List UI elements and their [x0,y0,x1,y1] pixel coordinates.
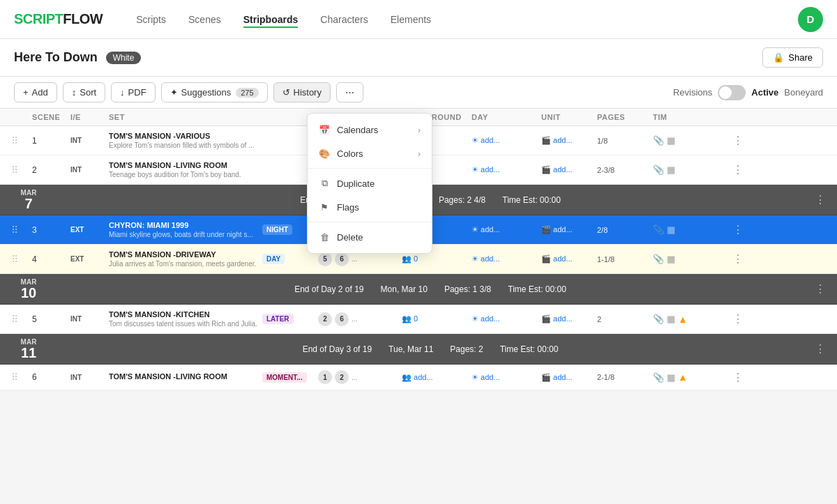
ie-badge: INT [70,315,109,323]
day-num: 11 [21,346,36,360]
share-button[interactable]: 🔒 Share [762,47,823,68]
scene-desc: Julia arrives at Tom's mansion, meets ga… [109,260,262,268]
col-day: Day [472,113,541,121]
flags-icon: ⚑ [319,201,330,213]
suggestions-icon: ✦ [170,87,178,98]
day-month: MAR [21,189,37,197]
scene-time: LATER [262,314,318,324]
dropdown-delete-label: Delete [337,232,363,243]
scene-title: TOM'S MANSION -DRIVEWAY [109,250,262,259]
day-add[interactable]: ☀ add... [472,225,541,234]
storyboard-icon: ▦ [667,314,675,324]
more-icon: ⋯ [345,87,354,98]
dropdown-flags[interactable]: ⚑ Flags [308,195,432,219]
history-button[interactable]: ↺ History [273,82,331,102]
day-pages-label: Pages: 1 3/8 [444,284,491,294]
clip-icons: 📎 ▦ [653,165,709,175]
day-month: MAR [21,278,37,286]
more-button[interactable]: ⋯ [336,82,363,102]
arrow-right-icon: › [418,125,421,135]
cast-badge: 6 [335,312,349,326]
unit-add[interactable]: 🎬 add... [541,373,597,382]
drag-handle[interactable]: ⠿ [11,165,32,176]
dropdown-divider [308,168,432,169]
cast-badge: 2 [335,370,349,384]
clip-icons: 📎 ▦ [653,135,709,146]
day-add[interactable]: ☀ add... [472,373,541,382]
row-more-button[interactable]: ⋮ [709,371,744,384]
dropdown-duplicate-label: Duplicate [337,178,375,189]
drag-handle[interactable]: ⠿ [11,372,32,383]
scene-time: MOMENT... [262,372,318,383]
day-time-label: Time Est: 00:00 [502,195,561,205]
dropdown-calendars[interactable]: 📅 Calendars › [308,118,432,142]
nav-elements[interactable]: Elements [391,11,431,28]
storyboard-icon: ▦ [667,372,675,383]
revisions-switch[interactable] [718,85,746,100]
col-pages: Pages [597,113,653,121]
day-info: End of Day 3 of 19 Tue, Mar 11 Pages: 2 … [46,338,815,360]
unit-add[interactable]: 🎬 add... [541,225,597,234]
scene-desc: Tom discusses talent issues with Rich an… [109,320,262,328]
drag-handle[interactable]: ⠿ [11,135,32,146]
bg-add[interactable]: 👥 add... [402,373,472,382]
pdf-icon: ↓ [120,87,125,98]
pdf-button[interactable]: ↓ PDF [111,82,156,102]
nav-stripboards[interactable]: Stripboards [243,11,299,28]
arrow-right-icon-2: › [418,148,421,159]
pages-val: 1-1/8 [597,255,653,264]
nav-scripts[interactable]: Scripts [136,11,166,28]
storyboard-icon: ▦ [667,135,675,146]
unit-add[interactable]: 🎬 add... [541,254,597,264]
row-more-button[interactable]: ⋮ [709,312,744,326]
add-button[interactable]: + Add [14,82,57,102]
unit-add[interactable]: 🎬 add... [541,314,597,323]
sort-button[interactable]: ↕ Sort [63,82,105,102]
suggestions-count: 275 [236,88,258,98]
scene-title: TOM'S MANSION -KITCHEN [109,310,262,319]
day-month: MAR [21,338,37,346]
day-add[interactable]: ☀ add... [472,165,541,174]
day-more-button[interactable]: ⋮ [815,189,826,211]
scene-time: DAY [262,254,318,264]
scene-number: 2 [32,165,70,175]
day-more-button[interactable]: ⋮ [815,278,826,300]
drag-handle[interactable]: ⠿ [11,314,32,325]
unit-add[interactable]: 🎬 add... [541,136,597,145]
dropdown-duplicate[interactable]: ⧉ Duplicate [308,171,432,195]
dropdown-delete[interactable]: 🗑 Delete [308,225,432,249]
avatar[interactable]: D [798,7,823,32]
row-more-button[interactable]: ⋮ [709,163,744,176]
unit-add[interactable]: 🎬 add... [541,165,597,174]
warning-icon: ▲ [678,372,688,383]
drag-handle[interactable]: ⠿ [11,254,32,265]
scene-title: TOM'S MANSION -LIVING ROOM [109,372,262,381]
top-nav: SCRIPTFLOW Scripts Scenes Stripboards Ch… [0,0,837,39]
day-info: End of Day 2 of 19 Mon, Mar 10 Pages: 1 … [46,278,815,300]
boneyard-label: Boneyard [784,87,823,98]
day-more-button[interactable]: ⋮ [815,338,826,360]
cast-badge: 1 [318,370,332,384]
col-ie: I/E [70,113,109,121]
cast-badge: 6 [335,252,349,266]
day-add[interactable]: ☀ add... [472,136,541,145]
row-more-button[interactable]: ⋮ [709,252,744,266]
clip-icon: 📎 [653,314,664,324]
day-add[interactable]: ☀ add... [472,254,541,264]
bg-val[interactable]: 👥 0 [402,254,472,264]
cast-badges: 2 6 ... [318,312,402,326]
cast-extra: ... [352,374,357,381]
suggestions-button[interactable]: ✦ Suggestions 275 [161,82,268,102]
nav-scenes[interactable]: Scenes [188,11,221,28]
row-more-button[interactable]: ⋮ [709,223,744,236]
dropdown-colors[interactable]: 🎨 Colors › [308,142,432,165]
bg-val[interactable]: 👥 0 [402,314,472,323]
ie-badge: EXT [70,255,109,263]
drag-handle[interactable]: ⠿ [11,224,32,236]
scene-info: CHYRON: MIAMI 1999 Miami skyline glows, … [109,221,262,238]
nav-characters[interactable]: Characters [320,11,368,28]
cast-badge: 5 [318,252,332,266]
day-add[interactable]: ☀ add... [472,314,541,323]
row-more-button[interactable]: ⋮ [709,134,744,147]
day-time-label: Time Est: 00:00 [500,344,559,354]
